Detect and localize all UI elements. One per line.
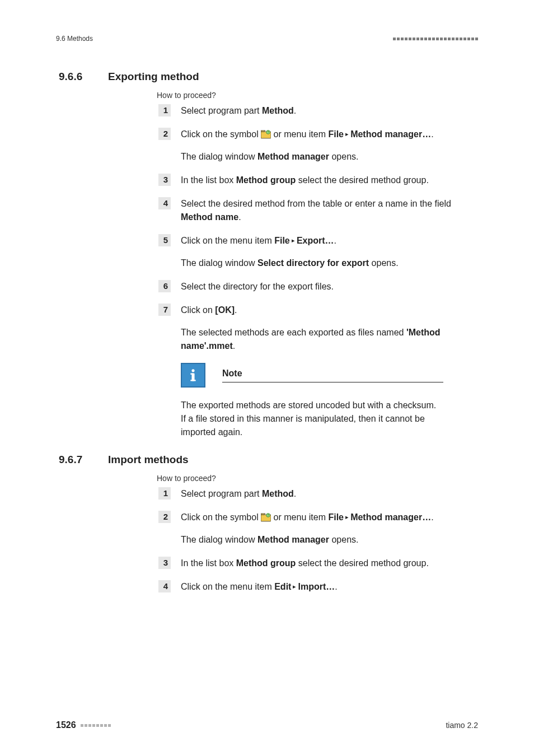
procedure-step: 1Select program part Method.	[158, 104, 478, 118]
section-number: 9.6.7	[59, 454, 92, 466]
text-run: .	[335, 582, 337, 591]
step-body: Select program part Method.	[181, 487, 466, 501]
text-run: Select the desired method from the table…	[181, 199, 451, 208]
text-run: .	[235, 305, 237, 315]
step-result: The dialog window Method manager opens.	[181, 150, 466, 164]
step-body: Select the desired method from the table…	[181, 197, 466, 224]
bold-text: Method group	[236, 175, 296, 185]
note-rule	[222, 382, 443, 382]
text-run: .	[431, 512, 433, 522]
procedure-step: 7Click on [OK].The selected methods are …	[158, 304, 478, 353]
text-run: opens.	[369, 258, 398, 268]
text-run: .	[294, 489, 296, 498]
step-body: Select program part Method.	[181, 104, 466, 118]
step-number: 1	[158, 104, 171, 116]
note-body: The exported methods are stored uncoded …	[181, 399, 443, 439]
text-run: select the desired method group.	[296, 558, 428, 568]
bold-text: File	[328, 129, 344, 139]
step-number: 2	[158, 128, 171, 140]
step-body: In the list box Method group select the …	[181, 174, 466, 187]
info-icon	[181, 363, 205, 388]
step-body: Click on [OK].The selected methods are e…	[181, 304, 466, 353]
step-body: Click on the symbol ? or menu item File …	[181, 128, 466, 164]
step-number: 2	[158, 511, 171, 523]
bold-text: Method	[262, 489, 294, 498]
text-run: .	[431, 129, 433, 139]
text-run: .	[334, 236, 336, 245]
bold-text: Method manager…	[350, 129, 431, 139]
text-run: opens.	[329, 535, 358, 544]
text-run: Click on the symbol	[181, 512, 261, 522]
svg-text:?: ?	[268, 514, 269, 517]
text-run: Click on the symbol	[181, 129, 261, 139]
procedure-step: 1Select program part Method.	[158, 487, 478, 501]
step-number: 4	[158, 197, 171, 209]
running-head: 9.6 Methods	[56, 35, 93, 43]
step-body: Click on the menu item File ▸ Export….Th…	[181, 234, 466, 270]
bold-text: Select directory for export	[257, 258, 369, 268]
page-header: 9.6 Methods	[56, 35, 478, 43]
bold-text: Method name	[181, 212, 238, 222]
step-number: 7	[158, 304, 171, 316]
text-run: The dialog window	[181, 535, 257, 544]
procedure-step: 4Click on the menu item Edit ▸ Import….	[158, 580, 478, 594]
section-heading: 9.6.7Import methods	[59, 454, 478, 466]
step-result: The dialog window Method manager opens.	[181, 533, 466, 547]
text-run: or menu item	[271, 129, 328, 139]
page-footer: 1526 tiamo 2.2	[56, 720, 478, 730]
step-number: 3	[158, 557, 171, 569]
procedure-intro: How to proceed?	[157, 474, 478, 483]
bold-text: Import…	[298, 582, 335, 591]
text-run: Click on	[181, 305, 215, 315]
menu-separator-icon: ▸	[344, 130, 350, 137]
procedure-intro: How to proceed?	[157, 91, 478, 100]
bold-text: Export…	[297, 236, 334, 245]
menu-separator-icon: ▸	[344, 514, 350, 520]
step-body: Select the directory for the export file…	[181, 280, 466, 293]
header-dots	[393, 38, 478, 40]
bold-text: File	[274, 236, 290, 245]
note-box: NoteThe exported methods are stored unco…	[181, 363, 443, 439]
bold-text: Method manager	[257, 535, 329, 544]
text-run: Click on the menu item	[181, 582, 274, 591]
text-run: In the list box	[181, 558, 236, 568]
footer-product: tiamo 2.2	[446, 721, 478, 730]
procedure-step: 3In the list box Method group select the…	[158, 557, 478, 570]
step-body: Click on the menu item Edit ▸ Import….	[181, 580, 466, 594]
step-result: The selected methods are each exported a…	[181, 326, 466, 353]
menu-separator-icon: ▸	[290, 237, 297, 244]
svg-rect-6	[190, 380, 195, 381]
bold-text: Method group	[236, 558, 296, 568]
section-number: 9.6.6	[59, 71, 92, 83]
bold-text: File	[328, 512, 344, 522]
svg-rect-5	[190, 374, 193, 375]
bold-text: Method manager	[257, 152, 329, 161]
svg-point-3	[191, 369, 194, 372]
section-heading: 9.6.6Exporting method	[59, 71, 478, 83]
text-run: The dialog window	[181, 258, 257, 268]
step-body: In the list box Method group select the …	[181, 557, 466, 570]
step-number: 4	[158, 580, 171, 592]
text-run: .	[294, 106, 296, 115]
procedure-step: 6Select the directory for the export fil…	[158, 280, 478, 293]
text-run: In the list box	[181, 175, 236, 185]
note-title: Note	[222, 368, 443, 382]
folder-question-icon: ?	[261, 129, 271, 138]
step-result: The dialog window Select directory for e…	[181, 256, 466, 270]
section-title: Import methods	[108, 454, 189, 466]
svg-text:?: ?	[268, 130, 269, 134]
text-run: Select program part	[181, 106, 262, 115]
page-number: 1526	[56, 720, 76, 730]
procedure-step: 3In the list box Method group select the…	[158, 174, 478, 187]
folder-question-icon: ?	[261, 512, 271, 521]
text-run: select the desired method group.	[296, 175, 428, 185]
text-run: .	[238, 212, 241, 222]
text-run: opens.	[329, 152, 358, 161]
procedure-step: 2Click on the symbol ? or menu item File…	[158, 128, 478, 164]
text-run: .	[233, 341, 235, 351]
text-run: Click on the menu item	[181, 236, 274, 245]
step-number: 6	[158, 280, 171, 292]
step-number: 3	[158, 174, 171, 186]
procedure-step: 5Click on the menu item File ▸ Export….T…	[158, 234, 478, 270]
procedure-step: 2Click on the symbol ? or menu item File…	[158, 511, 478, 547]
